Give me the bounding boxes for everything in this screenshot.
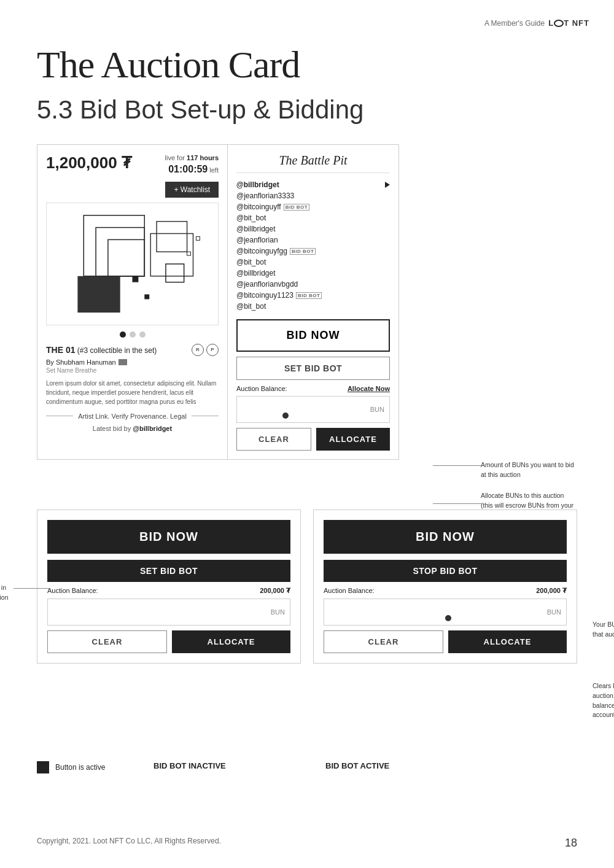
footer: Copyright, 2021. Loot NFT Co LLC, All Ri… [37,837,577,850]
bottom-clear-button-right[interactable]: CLEAR [324,630,443,653]
svg-rect-1 [96,227,144,276]
bottom-clear-allocate-left: CLEAR ALLOCATE [47,630,290,653]
bottom-set-bid-bot-button[interactable]: SET BID BOT [47,560,290,582]
bidder-item: @billbridget [236,223,390,234]
watchlist-button[interactable]: + Watchlist [165,182,219,198]
annotation-clears: Clears BUNs allocated to this auction. T… [593,681,614,720]
svg-rect-5 [166,264,184,282]
svg-rect-9 [187,252,191,255]
page-number: 18 [565,837,577,850]
top-bidder-icon [385,182,390,188]
auction-balance-label: Auction Balance: [236,385,287,392]
svg-rect-4 [157,221,187,252]
nft-name: THE 01 (#3 collectible in the set) [46,345,157,355]
card-right-battle-pit: The Battle Pit @billbridget @jeanflorian… [227,144,399,460]
bidder-item: @jeanflorianvbgdd [236,279,390,290]
artist-links: Artist Link. Verify Provenance. Legal [46,413,219,420]
bottom-left-card: BID NOW SET BID BOT Auction Balance: 200… [37,510,301,664]
bidders-list: @billbridget @jeanflorian3333 @bitcoingu… [236,179,390,312]
bidder-item: @billbridget [236,268,390,279]
svg-rect-6 [77,276,120,312]
nft-title-row: THE 01 (#3 collectible in the set) R P [46,344,219,356]
bottom-clear-allocate-right: CLEAR ALLOCATE [324,630,567,653]
annotation-sets-bid-bot: Sets the Bid Bot to bid for you in the l… [0,583,12,603]
annotation-line-2 [433,503,482,504]
status-area: Button is active [37,761,105,773]
button-active-label: Button is active [55,763,105,772]
bottom-auction-balance-right: Auction Balance: 200,000 ₮ [324,587,567,595]
page-header: A Member's Guide LT NFT [484,18,589,28]
nft-description: Lorem ipsum dolor sit amet, consectetur … [46,379,219,406]
allocate-button[interactable]: ALLOCATE [316,428,390,451]
dot-1[interactable] [120,331,126,338]
annotation-buns-amount: Amount of BUNs you want to bid at this a… [481,460,576,480]
badge-r: R [192,344,204,356]
bottom-allocate-button-left[interactable]: ALLOCATE [172,630,290,653]
bun-label: BUN [370,406,384,413]
brand-loot: LT NFT [548,18,589,28]
dots-indicator [46,331,219,338]
card-top-row: 1,200,000 ₮ live for 117 hours 01:00:59 … [46,153,219,177]
bottom-right-bid-now-button[interactable]: BID NOW [324,520,567,554]
battle-pit-title: The Battle Pit [236,153,390,173]
bottom-auction-balance-left: Auction Balance: 200,000 ₮ [47,587,290,595]
nft-artwork [46,203,219,325]
bidder-item: @billbridget [236,179,390,190]
auction-card-container: 1,200,000 ₮ live for 117 hours 01:00:59 … [37,144,577,460]
set-bid-bot-button[interactable]: SET BID BOT [236,357,390,380]
creator-flag [119,359,127,365]
latest-bid: Latest bid by @billbridget [46,425,219,432]
bun-label-left: BUN [271,608,285,616]
badge-p: P [206,344,219,356]
svg-rect-7 [133,276,139,282]
nft-badges: R P [192,344,219,356]
page-title: The Auction Card [37,43,300,87]
nft-set-name: Set Name Breathe [46,367,219,374]
bottom-bid-now-button[interactable]: BID NOW [47,520,290,554]
slider-dot [282,413,289,419]
bottom-cards-row: BID NOW SET BID BOT Auction Balance: 200… [37,510,577,664]
copyright: Copyright, 2021. Loot NFT Co LLC, All Ri… [37,837,221,850]
bid-bot-badge: BID BOT [284,204,309,211]
clear-allocate-row: CLEAR ALLOCATE [236,428,390,451]
bid-bot-badge: BID BOT [290,248,316,255]
bid-amount: 1,200,000 ₮ [46,153,132,172]
bottom-clear-button-left[interactable]: CLEAR [47,630,167,653]
timer: 01:00:59 [168,164,208,174]
bottom-stop-bid-bot-button[interactable]: STOP BID BOT [324,560,567,582]
bid-now-button[interactable]: BID NOW [236,319,390,352]
annotation-bun-balance: Your BUN balance remaining for that auct… [593,620,614,640]
bun-label-right: BUN [547,608,561,616]
annotation-line-bid-bot [14,588,50,589]
artwork-svg [47,203,218,325]
section-title: 5.3 Bid Bot Set-up & Bidding [37,95,363,125]
bidder-item: @bit_bot [236,212,390,223]
live-info: live for 117 hours 01:00:59 left [165,153,219,177]
slider-dot-right [445,615,451,621]
bun-input-container: BUN [236,396,390,423]
dash-right [192,416,219,416]
allocate-now-link[interactable]: Allocate Now [348,385,390,392]
dot-3[interactable] [139,331,146,338]
bottom-bun-input-left: BUN [47,599,290,626]
bidder-item: @jeanflorian [236,234,390,246]
bidder-item: @bitcoinguy1123 BID BOT [236,290,390,301]
bot-inactive-label: BID BOT INACTIVE [154,761,226,770]
nft-creator: By Shubham Hanuman [46,358,219,366]
svg-rect-8 [144,294,149,299]
guide-text: A Member's Guide [484,19,545,28]
bidder-item: @bit_bot [236,301,390,312]
clear-button[interactable]: CLEAR [236,428,311,451]
active-button-indicator [37,761,49,773]
svg-rect-0 [84,215,144,276]
bottom-bun-input-right: BUN [324,599,567,626]
bidder-item: @bit_bot [236,257,390,268]
bidder-item: @bitcoinguyfgg BID BOT [236,246,390,257]
bottom-allocate-button-right[interactable]: ALLOCATE [448,630,567,653]
auction-balance-row: Auction Balance: Allocate Now [236,385,390,392]
dash-left [46,416,73,416]
annotation-line-1 [433,465,482,466]
card-left: 1,200,000 ₮ live for 117 hours 01:00:59 … [37,144,227,460]
bottom-section: BID NOW SET BID BOT Auction Balance: 200… [37,510,577,664]
dot-2[interactable] [130,331,136,338]
